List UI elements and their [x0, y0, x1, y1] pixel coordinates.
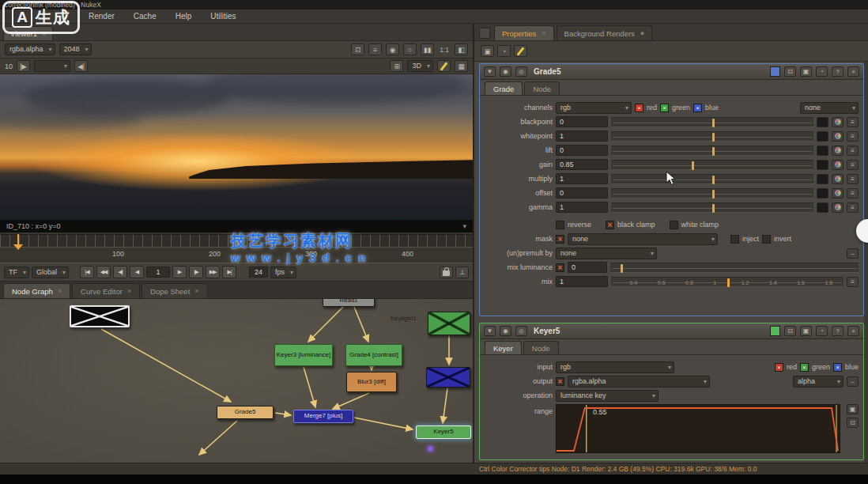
animation-menu-icon[interactable]: ≡ [847, 202, 859, 213]
menu-utilities[interactable]: Utilities [210, 12, 236, 21]
node-read[interactable]: Read1 [323, 299, 375, 307]
mix-luminance-slider[interactable] [610, 263, 859, 273]
gain-slider[interactable] [611, 160, 813, 170]
viewer-proxy-dropdown[interactable] [34, 60, 70, 72]
tab-node[interactable]: Node [524, 81, 560, 95]
step-forward-button[interactable]: |▶ [189, 266, 203, 278]
green-channel-checkbox[interactable]: × [800, 363, 809, 372]
color-wheel-icon[interactable] [832, 160, 843, 170]
premult-dropdown[interactable]: none [556, 248, 657, 259]
scrollbar[interactable] [864, 24, 868, 463]
layout-panes-icon[interactable]: ⊡ [351, 43, 364, 55]
viewer-channel-dropdown[interactable]: rgba.alpha [5, 43, 55, 55]
rewind-button[interactable]: ◀◀ [96, 266, 111, 278]
dot-node[interactable] [428, 446, 433, 452]
animation-menu-icon[interactable]: ≡ [847, 160, 859, 170]
close-icon[interactable]: × [194, 287, 198, 295]
green-channel-checkbox[interactable]: × [660, 104, 669, 112]
color-wheel-icon[interactable] [832, 202, 843, 213]
channels-extra-dropdown[interactable]: none [800, 102, 859, 114]
gain-value[interactable]: 0.85 [556, 159, 608, 170]
range-curve-editor[interactable]: 0.55 [556, 404, 840, 453]
minus-icon[interactable]: – [847, 376, 859, 387]
color-wheel-icon[interactable] [832, 146, 843, 156]
red-channel-checkbox[interactable]: × [635, 104, 643, 112]
close-icon[interactable]: × [847, 326, 859, 336]
reverse-checkbox[interactable] [556, 221, 564, 229]
color-wheel-icon[interactable] [832, 117, 843, 127]
close-icon[interactable]: × [542, 29, 545, 37]
bracket-left-icon[interactable]: ◀| [74, 60, 88, 72]
revert-icon[interactable]: ◔ [816, 66, 828, 77]
color-wheel-icon[interactable] [832, 174, 843, 184]
black-clamp-checkbox[interactable]: × [606, 221, 614, 229]
node-graph-canvas[interactable]: Read1 Keylight1 Keyer3 [luminance] Grade… [0, 299, 473, 463]
mix-value[interactable]: 1 [556, 276, 608, 287]
node-keyer5-selected[interactable]: Keyer5 [416, 425, 471, 439]
menu-cache[interactable]: Cache [134, 12, 157, 21]
lock-icon[interactable] [440, 267, 453, 278]
lift-value[interactable]: 0 [556, 145, 608, 156]
playhead-flag[interactable] [13, 244, 23, 250]
menu-help[interactable]: Help [175, 12, 192, 21]
mix-luminance-checkbox[interactable]: × [556, 263, 564, 272]
float-panel-icon[interactable]: ⊡ [784, 66, 796, 77]
chevron-down-icon[interactable]: ▾ [462, 222, 466, 230]
blackpoint-slider[interactable] [611, 117, 813, 127]
eye-icon[interactable]: ◉ [500, 326, 511, 336]
node-color-swatch[interactable] [770, 326, 780, 336]
multiply-value[interactable]: 1 [556, 173, 608, 184]
tab-properties[interactable]: Properties × [494, 25, 554, 40]
bookmark-icon[interactable]: ▣ [800, 66, 812, 77]
animation-menu-icon[interactable]: ≡ [847, 188, 859, 199]
current-frame-field[interactable]: 1 [146, 267, 170, 278]
color-swatch-icon[interactable] [817, 188, 828, 199]
color-swatch-icon[interactable] [817, 160, 828, 170]
collapse-icon[interactable]: ▼ [484, 326, 496, 336]
mix-luminance-value[interactable]: 0 [568, 262, 607, 273]
minus-icon[interactable]: – [847, 248, 859, 259]
annotate-pencil-icon[interactable] [437, 60, 451, 72]
go-end-button[interactable]: ▶| [222, 266, 236, 278]
close-icon[interactable]: × [127, 287, 131, 295]
fps-mode-dropdown[interactable]: fps [270, 267, 296, 278]
viewer-3d-dropdown[interactable]: 3D [407, 60, 433, 72]
node-grade4[interactable]: Grade4 [contrast] [345, 344, 402, 366]
color-wheel-icon[interactable] [832, 131, 843, 142]
halfsquare-icon[interactable]: ◧ [455, 43, 468, 55]
viewer-format-dropdown[interactable]: 2048 [59, 43, 92, 55]
whitepoint-value[interactable]: 1 [556, 130, 608, 142]
inject-checkbox[interactable] [730, 235, 739, 244]
step-back-button[interactable]: ◀| [113, 266, 127, 278]
animation-menu-icon[interactable]: ≡ [847, 174, 859, 184]
grid-icon[interactable]: ▦ [455, 60, 468, 72]
close-icon[interactable]: × [58, 287, 62, 295]
node-merge-disabled[interactable] [426, 367, 470, 388]
node-disabled-viewer[interactable] [70, 305, 130, 327]
animation-menu-icon[interactable]: ≡ [847, 131, 859, 142]
color-swatch-icon[interactable] [817, 146, 828, 156]
color-wheel-icon[interactable] [832, 188, 843, 199]
lock-panels-icon[interactable]: ▣ [481, 45, 494, 57]
mask-checkbox[interactable]: × [556, 235, 564, 244]
animation-menu-icon[interactable]: ≡ [847, 277, 859, 287]
play-reverse-button[interactable]: ◀ [130, 266, 144, 278]
center-node-icon[interactable]: ◎ [515, 66, 527, 77]
tab-grade[interactable]: Grade [485, 81, 523, 95]
color-swatch-icon[interactable] [817, 131, 828, 142]
pause-icon[interactable]: ▮▮ [421, 43, 434, 55]
fps-field[interactable]: 24 [249, 267, 268, 278]
step-forward-icon[interactable]: |▶ [17, 60, 30, 72]
blue-channel-checkbox[interactable]: × [833, 363, 842, 372]
tab-keyer[interactable]: Keyer [485, 341, 522, 354]
output-channel-dropdown[interactable]: alpha [793, 376, 843, 388]
eye-icon[interactable]: ◉ [500, 66, 511, 77]
output-checkbox[interactable]: × [556, 377, 564, 386]
collapse-icon[interactable]: ▼ [484, 66, 496, 77]
multiply-slider[interactable] [611, 174, 813, 184]
lift-slider[interactable] [611, 146, 813, 156]
curve-tool-icon[interactable]: ▣ [847, 404, 859, 414]
go-start-button[interactable]: |◀ [80, 266, 94, 278]
bookmark-icon[interactable]: ▣ [800, 326, 812, 336]
tab-node-graph[interactable]: Node Graph × [3, 283, 70, 298]
